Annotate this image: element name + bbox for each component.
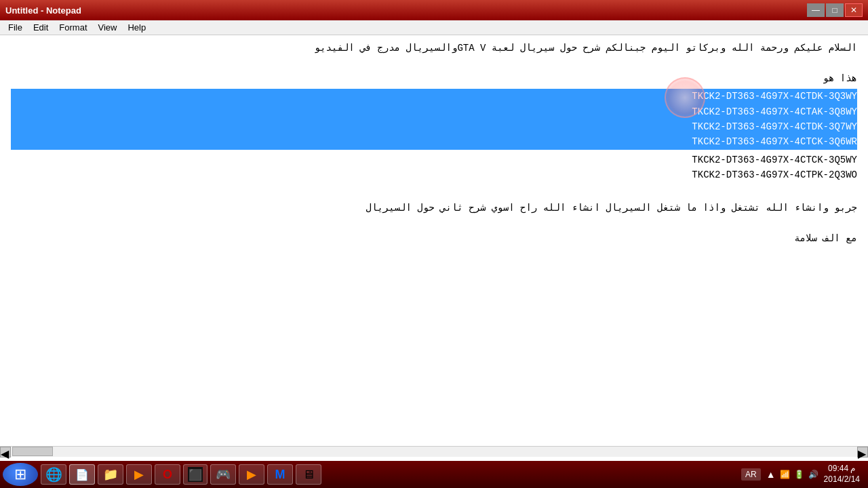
- menu-edit[interactable]: Edit: [28, 21, 54, 34]
- explorer-icon: 📁: [102, 466, 119, 483]
- taskbar-media[interactable]: ▶: [126, 464, 152, 485]
- selected-serials-block: TKCK2-DT363-4G97X-4CTDK-3Q3WY TKCK2-DT36…: [11, 89, 857, 150]
- title-bar: Untitled - Notepad — □ ✕: [0, 0, 868, 20]
- taskbar-cmd[interactable]: ⬛: [183, 464, 208, 485]
- intro-line: السلام عليكم ورحمة الله وبركاتو اليوم جب…: [11, 41, 857, 56]
- menu-format[interactable]: Format: [54, 21, 92, 34]
- this-is-line: هذا هو: [11, 71, 857, 86]
- taskbar-explorer[interactable]: 📁: [98, 464, 123, 485]
- taskbar-notepad[interactable]: 📄: [69, 464, 95, 485]
- system-tray: AR ▲ 📶 🔋 🔊 09:44 م 2014/2/14: [741, 464, 865, 485]
- cmd-icon: ⬛: [188, 467, 203, 482]
- tray-icons: ▲ 📶 🔋 🔊: [766, 469, 818, 480]
- scroll-h-thumb[interactable]: [12, 447, 53, 456]
- title-text: Untitled - Notepad: [5, 5, 81, 16]
- app1-icon: M: [272, 466, 288, 483]
- maximize-button[interactable]: □: [826, 3, 844, 17]
- serial-line-5: TKCK2-DT363-4G97X-4CTCK-3Q5WY: [11, 152, 857, 167]
- taskbar-opera[interactable]: O: [155, 464, 180, 485]
- battery-icon: 🔋: [794, 470, 804, 479]
- network-icon: ▲: [766, 469, 776, 480]
- game-icon: 🎮: [215, 466, 231, 483]
- clock[interactable]: 09:44 م 2014/2/14: [824, 464, 860, 485]
- scroll-left-btn[interactable]: ◀: [0, 447, 11, 458]
- taskbar-app2[interactable]: 🖥: [296, 464, 321, 485]
- language-indicator[interactable]: AR: [741, 468, 761, 481]
- volume-icon: 🔊: [808, 470, 818, 479]
- minimize-button[interactable]: —: [807, 3, 825, 17]
- window-controls: — □ ✕: [807, 3, 863, 17]
- notepad-wrapper: السلام عليكم ورحمة الله وبركاتو اليوم جب…: [0, 35, 868, 461]
- blank-line-2: [11, 186, 857, 201]
- serial-line-1: TKCK2-DT363-4G97X-4CTDK-3Q3WY: [11, 89, 857, 104]
- text-area[interactable]: السلام عليكم ورحمة الله وبركاتو اليوم جب…: [0, 35, 868, 446]
- taskbar-ie[interactable]: 🌐: [41, 464, 66, 485]
- vlc-icon: ▶: [243, 466, 260, 483]
- try-line: جربو وانشاء الله تشتغل واذا ما شتغل السي…: [11, 201, 857, 216]
- serial-line-4: TKCK2-DT363-4G97X-4CTCK-3Q6WR: [11, 134, 857, 149]
- scroll-h-track[interactable]: [11, 447, 857, 457]
- notepad-icon: 📄: [74, 466, 90, 483]
- serial-line-6: TKCK2-DT363-4G97X-4CTPK-2Q3WO: [11, 167, 857, 182]
- taskbar-game[interactable]: 🎮: [210, 464, 236, 485]
- signal-icon: 📶: [780, 470, 790, 479]
- app2-icon: 🖥: [300, 466, 317, 483]
- menu-bar: File Edit Format View Help: [0, 20, 868, 35]
- horizontal-scrollbar[interactable]: ◀ ▶: [0, 446, 868, 457]
- ie-icon: 🌐: [45, 466, 62, 483]
- time-display: 09:44 م: [824, 464, 860, 474]
- scroll-right-btn[interactable]: ▶: [857, 447, 868, 458]
- serial-line-3: TKCK2-DT363-4G97X-4CTDK-3Q7WY: [11, 119, 857, 134]
- start-button[interactable]: ⊞: [3, 463, 38, 486]
- farewell-line: مع الف سلامة: [11, 231, 857, 246]
- normal-serials-block: TKCK2-DT363-4G97X-4CTCK-3Q5WY TKCK2-DT36…: [11, 152, 857, 183]
- media-icon: ▶: [131, 466, 147, 483]
- taskbar-vlc[interactable]: ▶: [239, 464, 264, 485]
- serial-line-2: TKCK2-DT363-4G97X-4CTAK-3Q8WY: [11, 104, 857, 119]
- menu-help[interactable]: Help: [122, 21, 151, 34]
- close-button[interactable]: ✕: [845, 3, 863, 17]
- menu-file[interactable]: File: [3, 21, 28, 34]
- menu-view[interactable]: View: [93, 21, 123, 34]
- date-display: 2014/2/14: [824, 474, 860, 485]
- taskbar: ⊞ 🌐 📄 📁 ▶ O ⬛ 🎮 ▶ M 🖥 AR ▲ 📶 🔋 🔊: [0, 461, 868, 488]
- blank-line-3: [11, 216, 857, 230]
- taskbar-app1[interactable]: M: [267, 464, 293, 485]
- opera-icon: O: [159, 466, 176, 483]
- blank-line-1: [11, 56, 857, 70]
